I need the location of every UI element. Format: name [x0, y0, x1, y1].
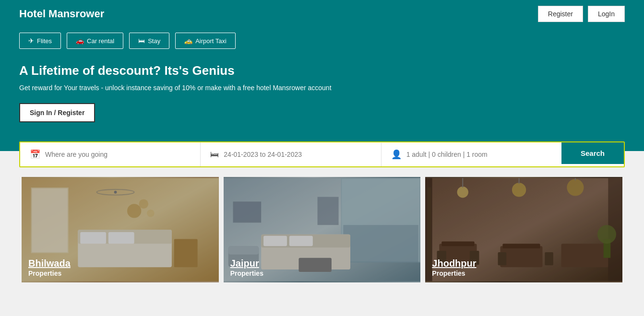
property-card-jhodhpur[interactable]: Jhodhpur Properties [425, 177, 622, 282]
guests-value: 1 adult | 0 children | 1 room [406, 151, 552, 158]
property-label-jhodhpur: Jhodhpur Properties [432, 258, 476, 278]
dates-field[interactable]: 🛏 24-01-2023 to 24-01-2023 [201, 143, 381, 166]
properties-section: Bhilwada Properties [0, 177, 644, 282]
search-bar: 📅 🛏 24-01-2023 to 24-01-2023 👤 1 adult |… [19, 141, 625, 167]
header-actions: Register LogIn [538, 6, 625, 22]
property-name-bhilwada: Bhilwada [28, 258, 71, 269]
tab-flites[interactable]: ✈ Flites [19, 33, 61, 49]
signin-register-button[interactable]: Sign In / Register [19, 103, 95, 122]
bed-dates-icon: 🛏 [210, 150, 219, 160]
property-name-jaipur: Jaipur [230, 258, 263, 269]
dates-value: 24-01-2023 to 24-01-2023 [224, 151, 371, 158]
hero-section: A Lifetime of descount? Its's Genius Get… [0, 49, 644, 151]
taxi-icon: 🚕 [184, 37, 192, 45]
property-sub-jhodhpur: Properties [432, 269, 465, 277]
destination-field[interactable]: 📅 [20, 142, 201, 166]
property-card-bhilwada[interactable]: Bhilwada Properties [22, 177, 219, 282]
destination-input[interactable] [45, 151, 191, 158]
hero-subtitle: Get reward for Your travels - unlock ins… [19, 84, 625, 92]
property-sub-bhilwada: Properties [28, 269, 61, 277]
bed-icon: 🛏 [138, 37, 145, 45]
property-label-jaipur: Jaipur Properties [230, 258, 263, 278]
register-button[interactable]: Register [538, 6, 583, 22]
nav-tabs: ✈ Flites 🚗 Car rental 🛏 Stay 🚕 Airport T… [0, 28, 644, 49]
calendar-icon: 📅 [30, 149, 40, 160]
tab-airport-taxi-label: Airport Taxi [195, 37, 227, 45]
site-title: Hotel Mansrower [19, 8, 104, 20]
tab-car-rental-label: Car rental [87, 37, 114, 45]
plane-icon: ✈ [28, 37, 34, 45]
hero-title: A Lifetime of descount? Its's Genius [19, 63, 625, 78]
car-icon: 🚗 [76, 37, 84, 45]
property-name-jhodhpur: Jhodhpur [432, 258, 476, 269]
tab-flites-label: Flites [37, 37, 52, 45]
tab-airport-taxi[interactable]: 🚕 Airport Taxi [175, 33, 236, 49]
person-icon: 👤 [391, 149, 402, 160]
guests-field[interactable]: 👤 1 adult | 0 children | 1 room [382, 142, 561, 166]
tab-stay-label: Stay [148, 37, 160, 45]
tab-stay[interactable]: 🛏 Stay [129, 33, 169, 49]
property-label-bhilwada: Bhilwada Properties [28, 258, 71, 278]
tab-car-rental[interactable]: 🚗 Car rental [67, 33, 123, 49]
property-sub-jaipur: Properties [230, 269, 263, 277]
header: Hotel Mansrower Register LogIn [0, 0, 644, 28]
property-card-jaipur[interactable]: Jaipur Properties [224, 177, 421, 282]
search-button[interactable]: Search [561, 142, 624, 164]
login-button[interactable]: LogIn [588, 6, 625, 22]
